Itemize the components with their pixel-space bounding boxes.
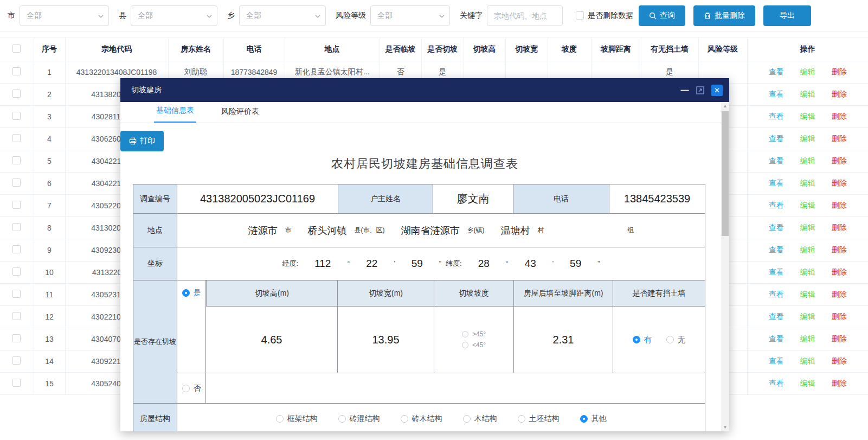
edit-link[interactable]: 编辑 <box>800 67 815 77</box>
view-link[interactable]: 查看 <box>769 134 784 144</box>
row-checkbox[interactable] <box>12 290 21 298</box>
structure-radio[interactable]: 框架结构 <box>276 414 318 424</box>
keyword-input[interactable] <box>487 5 563 26</box>
location-label: 地点 <box>133 214 177 247</box>
structure-radio[interactable]: 砖木结构 <box>401 414 442 424</box>
wall-no-radio[interactable]: 无 <box>666 335 686 345</box>
edit-link[interactable]: 编辑 <box>800 334 815 344</box>
delete-link[interactable]: 删除 <box>832 178 847 188</box>
scroll-up-icon[interactable]: ▲ <box>721 102 729 110</box>
edit-link[interactable]: 编辑 <box>800 379 815 388</box>
delete-link[interactable]: 删除 <box>832 379 847 388</box>
row-checkbox[interactable] <box>12 178 21 187</box>
close-icon[interactable]: ✕ <box>711 85 723 96</box>
edit-link[interactable]: 编辑 <box>800 267 815 277</box>
structure-radio[interactable]: 土坯结构 <box>518 414 560 424</box>
edit-link[interactable]: 编辑 <box>800 178 815 188</box>
edit-link[interactable]: 编辑 <box>800 223 815 233</box>
slope-lt45-radio[interactable]: <45° <box>462 341 486 349</box>
row-checkbox[interactable] <box>12 356 21 365</box>
export-button[interactable]: 导出 <box>763 5 811 26</box>
select-all-checkbox[interactable] <box>12 44 21 53</box>
chevron-down-icon <box>439 13 445 20</box>
city-select[interactable]: 全部 <box>20 5 109 26</box>
edit-link[interactable]: 编辑 <box>800 290 815 299</box>
town-select[interactable]: 全部 <box>239 5 326 26</box>
maximize-icon[interactable] <box>696 86 704 94</box>
view-link[interactable]: 查看 <box>769 112 784 122</box>
delete-link[interactable]: 删除 <box>832 156 847 166</box>
delete-link[interactable]: 删除 <box>832 90 847 99</box>
delete-link[interactable]: 删除 <box>832 223 847 233</box>
edit-link[interactable]: 编辑 <box>800 134 815 144</box>
tab-basic-info[interactable]: 基础信息表 <box>154 106 196 123</box>
delete-link[interactable]: 删除 <box>832 201 847 211</box>
delete-link[interactable]: 删除 <box>832 67 847 77</box>
row-checkbox[interactable] <box>12 223 21 231</box>
wall-yes-radio[interactable]: 有 <box>633 335 652 345</box>
cut-slope-yes-radio[interactable]: 是 <box>182 288 201 298</box>
edit-link[interactable]: 编辑 <box>800 201 815 211</box>
risk-level-select[interactable]: 全部 <box>370 5 450 26</box>
county-select[interactable]: 全部 <box>131 5 217 26</box>
scrollbar-thumb[interactable] <box>722 111 729 236</box>
row-checkbox[interactable] <box>12 334 21 342</box>
delete-link[interactable]: 删除 <box>832 267 847 277</box>
modal-scrollbar[interactable]: ▲ ▼ <box>721 102 729 431</box>
view-link[interactable]: 查看 <box>769 379 784 388</box>
structure-radio[interactable]: 木结构 <box>463 414 497 424</box>
minimize-icon[interactable]: — <box>680 86 689 94</box>
print-button[interactable]: 打印 <box>120 131 164 151</box>
row-checkbox[interactable] <box>12 134 21 142</box>
scroll-down-icon[interactable]: ▼ <box>721 423 729 431</box>
delete-link[interactable]: 删除 <box>832 290 847 299</box>
structure-radio[interactable]: 其他 <box>580 414 607 424</box>
view-link[interactable]: 查看 <box>769 334 784 344</box>
view-link[interactable]: 查看 <box>769 312 784 322</box>
edit-link[interactable]: 编辑 <box>800 245 815 255</box>
structure-radio[interactable]: 砖混结构 <box>338 414 380 424</box>
row-checkbox[interactable] <box>12 201 21 209</box>
slope-gt45-radio[interactable]: >45° <box>462 330 486 338</box>
row-checkbox[interactable] <box>12 156 21 164</box>
delete-link[interactable]: 删除 <box>832 134 847 144</box>
edit-link[interactable]: 编辑 <box>800 312 815 322</box>
row-checkbox[interactable] <box>12 67 21 75</box>
view-link[interactable]: 查看 <box>769 223 784 233</box>
cell-seq: 7 <box>34 195 65 217</box>
checkbox-icon[interactable] <box>576 11 584 20</box>
delete-link[interactable]: 删除 <box>832 112 847 122</box>
view-link[interactable]: 查看 <box>769 245 784 255</box>
delete-link[interactable]: 删除 <box>832 356 847 366</box>
query-button[interactable]: 查询 <box>639 5 685 26</box>
view-link[interactable]: 查看 <box>769 67 784 77</box>
cut-slope-no-radio[interactable]: 否 <box>182 384 201 393</box>
delete-link[interactable]: 删除 <box>832 334 847 344</box>
row-checkbox[interactable] <box>12 245 21 253</box>
view-link[interactable]: 查看 <box>769 267 784 277</box>
edit-link[interactable]: 编辑 <box>800 112 815 122</box>
view-link[interactable]: 查看 <box>769 201 784 211</box>
batch-delete-button[interactable]: 批量删除 <box>693 5 755 26</box>
row-checkbox[interactable] <box>12 312 21 320</box>
edit-link[interactable]: 编辑 <box>800 156 815 166</box>
delete-link[interactable]: 删除 <box>832 245 847 255</box>
delete-link[interactable]: 删除 <box>832 312 847 322</box>
tab-risk-evaluation[interactable]: 风险评价表 <box>219 107 261 123</box>
view-link[interactable]: 查看 <box>769 90 784 99</box>
view-link[interactable]: 查看 <box>769 178 784 188</box>
view-link[interactable]: 查看 <box>769 156 784 166</box>
row-checkbox[interactable] <box>12 267 21 276</box>
chevron-down-icon <box>314 13 321 20</box>
cut-width-value: 13.95 <box>337 307 434 373</box>
row-checkbox[interactable] <box>12 112 21 120</box>
view-link[interactable]: 查看 <box>769 290 784 299</box>
row-checkbox[interactable] <box>12 379 21 387</box>
edit-link[interactable]: 编辑 <box>800 90 815 99</box>
row-checkbox[interactable] <box>12 90 21 98</box>
view-link[interactable]: 查看 <box>769 356 784 366</box>
deleted-data-checkbox[interactable]: 是否删除数据 <box>576 11 633 21</box>
edit-link[interactable]: 编辑 <box>800 356 815 366</box>
cell-seq: 15 <box>34 373 65 395</box>
survey-no-value: 431382005023JC01169 <box>177 184 338 213</box>
